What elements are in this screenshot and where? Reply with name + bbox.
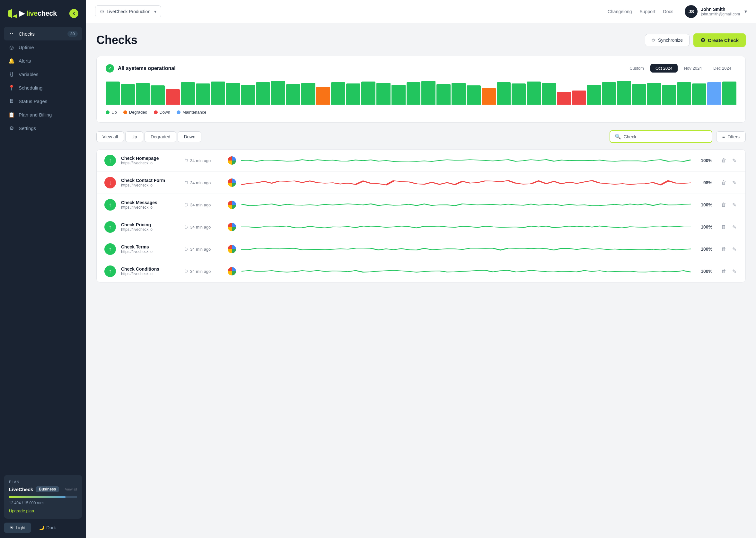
bar [482, 88, 496, 105]
delete-button[interactable]: 🗑 [720, 223, 728, 232]
browser-icon [228, 156, 236, 165]
sparkline [241, 155, 691, 166]
user-menu-chevron-icon: ▾ [744, 8, 747, 15]
filter-tab-view-all[interactable]: View all [96, 131, 124, 142]
check-actions: 🗑 ✎ [720, 245, 738, 253]
sidebar-item-uptime[interactable]: ◎ Uptime [4, 40, 82, 54]
check-status-icon: ↑ [104, 221, 116, 233]
sparkline [241, 221, 691, 233]
delete-button[interactable]: 🗑 [720, 156, 728, 165]
filter-tab-down[interactable]: Down [178, 131, 202, 142]
env-icon: ⊙ [100, 8, 104, 15]
sidebar-item-plan_billing[interactable]: 📋 Plan and Billing [4, 108, 82, 121]
sidebar-item-label: Status Pages [19, 98, 47, 104]
clock-icon: ⏱ [184, 269, 188, 274]
check-name: Check Homepage [121, 156, 179, 161]
bar [407, 82, 421, 105]
scheduling-icon: 📍 [8, 84, 15, 91]
filter-tab-degraded[interactable]: Degraded [145, 131, 177, 142]
bar [286, 84, 300, 105]
check-status-icon: ↓ [104, 177, 116, 188]
filter-tab-up[interactable]: Up [125, 131, 143, 142]
check-actions: 🗑 ✎ [720, 179, 738, 187]
period-tab-custom[interactable]: Custom [624, 64, 649, 73]
delete-button[interactable]: 🗑 [720, 245, 728, 253]
clock-icon: ⏱ [184, 158, 188, 163]
edit-button[interactable]: ✎ [731, 223, 738, 232]
theme-toggle: ☀ Light 🌙 Dark [4, 522, 82, 533]
edit-button[interactable]: ✎ [731, 201, 738, 209]
env-selector[interactable]: ⊙ LiveCheck Production ▾ [95, 5, 161, 17]
dark-theme-button[interactable]: 🌙 Dark [33, 522, 62, 533]
check-sparkline [241, 199, 691, 211]
create-check-button[interactable]: ⊕ Create Check [693, 33, 746, 47]
browser-icon [228, 201, 236, 209]
bar [436, 84, 450, 105]
topbar-link-support[interactable]: Support [639, 9, 655, 14]
check-status-icon: ↑ [104, 265, 116, 277]
sidebar-item-settings[interactable]: ⚙ Settings [4, 121, 82, 135]
variables-icon: {} [8, 71, 15, 78]
bar [196, 83, 210, 105]
topbar-link-docs[interactable]: Docs [663, 9, 673, 14]
sidebar-item-scheduling[interactable]: 📍 Scheduling [4, 81, 82, 94]
sidebar-item-label: Alerts [19, 58, 31, 64]
sparkline [241, 199, 691, 211]
sync-button[interactable]: ⟳ Synchronize [645, 34, 689, 46]
sidebar-item-variables[interactable]: {} Variables [4, 67, 82, 81]
bar [181, 82, 195, 105]
collapse-button[interactable] [69, 9, 78, 18]
check-time: ⏱ 34 min ago [184, 181, 223, 185]
chevron-down-icon: ▾ [154, 9, 156, 14]
delete-button[interactable]: 🗑 [720, 201, 728, 209]
check-name: Check Contact Form [121, 178, 179, 183]
check-row: ↑ Check Messages https://livecheck.io ⏱ … [97, 194, 745, 216]
topbar-link-changelong[interactable]: Changelong [608, 9, 632, 14]
check-uptime: 100% [696, 269, 712, 274]
check-info: Check Terms https://livecheck.io [121, 244, 179, 254]
period-tab-oct-2024[interactable]: Oct 2024 [650, 64, 678, 73]
clock-icon: ⏱ [184, 181, 188, 185]
check-time: ⏱ 34 min ago [184, 158, 223, 163]
filters-button[interactable]: ≡ Filters [716, 131, 746, 142]
browser-icon [228, 267, 236, 275]
check-uptime: 100% [696, 246, 712, 252]
sparkline [241, 177, 691, 188]
delete-button[interactable]: 🗑 [720, 267, 728, 276]
legend-label: Maintenance [182, 110, 206, 115]
check-actions: 🗑 ✎ [720, 201, 738, 209]
check-time: ⏱ 34 min ago [184, 202, 223, 207]
legend-item-up: Up [106, 110, 117, 115]
checks-icon: 〰 [8, 30, 15, 37]
check-url: https://livecheck.io [121, 272, 179, 276]
bar [106, 81, 120, 105]
user-menu[interactable]: JS John Smith john.smith@gmail.com ▾ [685, 5, 747, 18]
sidebar-item-status_pages[interactable]: 🖥 Status Pages [4, 94, 82, 108]
edit-button[interactable]: ✎ [731, 179, 738, 187]
sidebar-item-alerts[interactable]: 🔔 Alerts [4, 54, 82, 67]
search-icon: 🔍 [615, 134, 621, 140]
check-actions: 🗑 ✎ [720, 223, 738, 232]
edit-button[interactable]: ✎ [731, 156, 738, 165]
check-uptime: 98% [696, 180, 712, 185]
period-tab-dec-2024[interactable]: Dec 2024 [708, 64, 736, 73]
bar-chart [106, 79, 736, 105]
light-theme-button[interactable]: ☀ Light [4, 522, 31, 533]
bar [512, 83, 526, 105]
sun-icon: ☀ [10, 525, 14, 530]
filter-tabs: View allUpDegradedDown [96, 131, 202, 142]
edit-button[interactable]: ✎ [731, 245, 738, 253]
view-all-link[interactable]: View all [65, 487, 77, 491]
topbar: ⊙ LiveCheck Production ▾ ChangelongSuppo… [86, 0, 756, 23]
legend-item-degraded: Degraded [123, 110, 147, 115]
sidebar-item-checks[interactable]: 〰 Checks 20 [4, 27, 82, 40]
settings-icon: ⚙ [8, 125, 15, 131]
edit-button[interactable]: ✎ [731, 267, 738, 276]
bar [722, 81, 736, 105]
legend-item-down: Down [154, 110, 170, 115]
period-tab-nov-2024[interactable]: Nov 2024 [679, 64, 707, 73]
bar [677, 82, 691, 105]
delete-button[interactable]: 🗑 [720, 179, 728, 187]
search-input[interactable] [624, 134, 707, 139]
upgrade-link[interactable]: Upgrade plan [9, 509, 34, 513]
